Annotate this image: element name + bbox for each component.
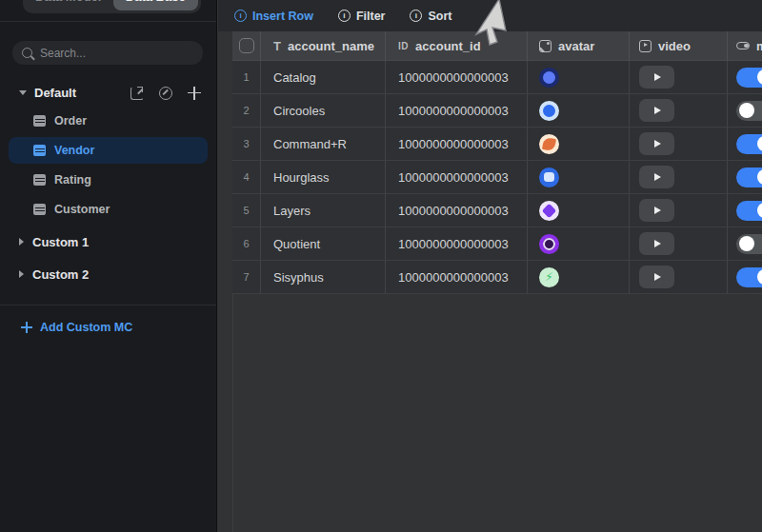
column-label: m	[756, 39, 762, 53]
cell-account-id[interactable]: 1000000000000003	[386, 194, 528, 227]
sidebar-group-custom-1[interactable]: Custom 1	[19, 228, 216, 255]
cell-account-name[interactable]: Sisyphus	[261, 261, 386, 294]
tree-item-label: Vendor	[54, 144, 94, 157]
play-button[interactable]	[639, 266, 674, 288]
toggle-switch[interactable]	[736, 201, 762, 221]
cell-account-id[interactable]: 1000000000000003	[386, 261, 528, 294]
play-button[interactable]	[639, 132, 674, 155]
tree-item-label: Order	[54, 114, 87, 128]
insert-row-icon: i	[234, 10, 247, 22]
cell-m-toggle[interactable]	[728, 194, 762, 227]
cell-video[interactable]	[630, 161, 728, 194]
data-mode-segmented-control: Data Model Data Base	[23, 0, 201, 13]
cell-m-toggle[interactable]	[728, 161, 762, 194]
cell-video[interactable]	[630, 227, 728, 261]
add-custom-mc-button[interactable]: Add Custom MC	[21, 321, 216, 334]
cell-video[interactable]	[630, 261, 728, 294]
custom-groups: Custom 1 Custom 2	[0, 228, 216, 287]
sidebar-item-vendor[interactable]: Vendor	[9, 137, 208, 164]
cell-account-id[interactable]: 1000000000000003	[386, 128, 528, 161]
row-number: 5	[243, 205, 249, 216]
cell-m-toggle[interactable]	[728, 227, 762, 261]
cell-avatar[interactable]: ⚡	[528, 261, 630, 294]
cell-account-name[interactable]: Catalog	[261, 61, 386, 94]
cell-account-name[interactable]: Quotient	[261, 227, 386, 261]
cell-account-name[interactable]: Circooles	[261, 94, 386, 128]
sidebar-item-rating[interactable]: Rating	[9, 167, 208, 193]
filter-button[interactable]: i Filter	[338, 10, 386, 23]
cell-m-toggle[interactable]	[728, 261, 762, 294]
tab-data-model[interactable]: Data Model	[26, 0, 111, 10]
edit-circle-icon[interactable]	[159, 87, 172, 100]
table-row: 5 Layers 1000000000000003	[232, 194, 762, 227]
play-icon	[654, 73, 661, 81]
insert-row-label: Insert Row	[252, 10, 313, 23]
sort-button[interactable]: i Sort	[410, 10, 451, 23]
cell-account-id[interactable]: 1000000000000003	[386, 161, 528, 194]
play-icon	[654, 240, 661, 247]
sidebar-group-default[interactable]: Default	[19, 86, 201, 100]
avatar-glyph	[543, 105, 555, 117]
sidebar-item-customer[interactable]: Customer	[9, 196, 208, 223]
column-header-account-id[interactable]: ID account_id	[386, 31, 528, 61]
text-type-icon: T	[273, 39, 281, 53]
tree-item-label: Customer	[54, 203, 110, 216]
toggle-switch[interactable]	[736, 101, 762, 121]
cell-m-toggle[interactable]	[728, 94, 762, 128]
column-header-avatar[interactable]: avatar	[528, 31, 630, 61]
group-label: Custom 2	[32, 267, 89, 282]
cell-account-id[interactable]: 1000000000000003	[386, 94, 528, 128]
avatar	[539, 234, 559, 254]
cell-avatar[interactable]	[528, 227, 630, 261]
cell-m-toggle[interactable]	[728, 61, 762, 94]
toggle-switch[interactable]	[736, 234, 762, 254]
avatar	[539, 101, 559, 121]
toggle-switch[interactable]	[736, 68, 762, 88]
search-input[interactable]: Search...	[12, 41, 203, 65]
plus-icon	[21, 322, 32, 333]
cell-video[interactable]	[630, 94, 728, 128]
column-header-video[interactable]: video	[630, 31, 728, 61]
chevron-down-icon[interactable]	[19, 90, 27, 95]
open-external-icon[interactable]	[130, 87, 144, 100]
table-row: 3 Command+R 1000000000000003	[232, 128, 762, 161]
cell-video[interactable]	[630, 194, 728, 227]
cell-account-name[interactable]: Layers	[261, 194, 386, 227]
cell-account-name[interactable]: Hourglass	[261, 161, 386, 194]
insert-row-button[interactable]: i Insert Row	[234, 10, 313, 23]
sidebar-group-custom-2[interactable]: Custom 2	[19, 261, 216, 287]
play-button[interactable]	[639, 232, 674, 255]
play-icon	[654, 107, 661, 114]
toggle-switch[interactable]	[736, 134, 762, 154]
video-icon	[639, 40, 652, 52]
play-button[interactable]	[639, 99, 674, 122]
column-label: account_name	[288, 39, 374, 53]
cell-video[interactable]	[630, 61, 728, 94]
sidebar-item-order[interactable]: Order	[9, 108, 208, 134]
play-button[interactable]	[639, 166, 674, 188]
play-button[interactable]	[639, 66, 674, 89]
cell-avatar[interactable]	[528, 61, 630, 94]
cell-account-id[interactable]: 1000000000000003	[386, 61, 528, 94]
table-toolbar: i Insert Row i Filter i Sort	[218, 0, 762, 31]
table-header: T account_name ID account_id avatar vide…	[232, 31, 762, 61]
table-row: 6 Quotient 1000000000000003	[232, 227, 762, 261]
column-header-account-name[interactable]: T account_name	[261, 31, 386, 61]
cell-account-name[interactable]: Command+R	[261, 128, 386, 161]
column-header-m[interactable]: m	[728, 31, 762, 61]
group-label: Default	[34, 86, 130, 100]
cell-avatar[interactable]	[528, 94, 630, 128]
sort-label: Sort	[428, 10, 451, 23]
add-table-icon[interactable]	[188, 87, 201, 100]
cell-video[interactable]	[630, 128, 728, 161]
cell-m-toggle[interactable]	[728, 128, 762, 161]
tab-data-base[interactable]: Data Base	[113, 0, 199, 10]
cell-avatar[interactable]	[528, 128, 630, 161]
toggle-switch[interactable]	[736, 267, 762, 287]
select-all-checkbox[interactable]	[239, 38, 254, 53]
play-button[interactable]	[639, 199, 674, 222]
cell-avatar[interactable]	[528, 161, 630, 194]
cell-avatar[interactable]	[528, 194, 630, 227]
toggle-switch[interactable]	[736, 167, 762, 187]
cell-account-id[interactable]: 1000000000000003	[386, 227, 528, 261]
